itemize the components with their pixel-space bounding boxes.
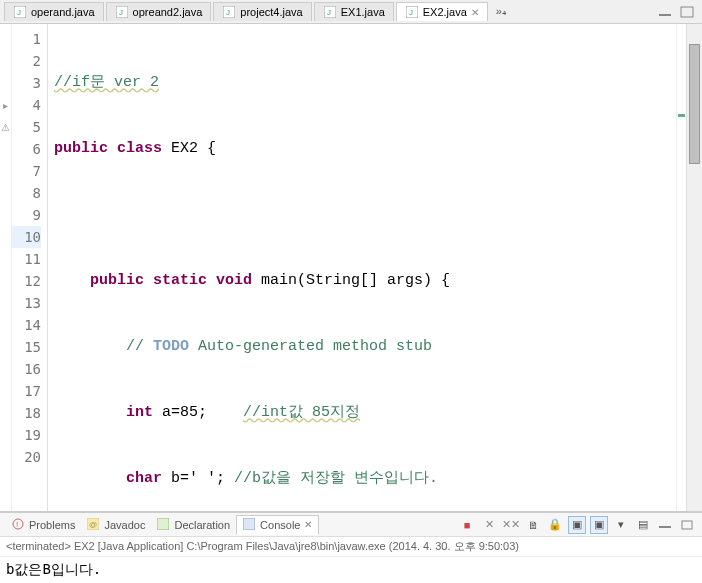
java-file-icon: J xyxy=(405,5,419,19)
tab-label: EX1.java xyxy=(341,6,385,18)
console-icon xyxy=(243,518,257,532)
tab-overflow[interactable]: »₄ xyxy=(490,5,512,18)
svg-text:J: J xyxy=(327,8,331,17)
java-file-icon: J xyxy=(115,5,129,19)
remove-all-icon[interactable]: ✕✕ xyxy=(502,516,520,534)
editor-area: ▸ ⚠ 1 2 3 4 5 6 7 8 9 10 11 12 13 14 15 … xyxy=(0,24,702,512)
editor-tab-bar: J operand.java J opreand2.java J project… xyxy=(0,0,702,24)
svg-rect-11 xyxy=(681,7,693,17)
terminate-icon[interactable]: ■ xyxy=(458,516,476,534)
console-toolbar: ■ ✕ ✕✕ 🗎 🔒 ▣ ▣ ▾ ▤ xyxy=(458,516,696,534)
view-declaration[interactable]: Declaration xyxy=(151,516,236,534)
views-bar: ! Problems @ Javadoc Declaration Console… xyxy=(0,513,702,537)
java-file-icon: J xyxy=(222,5,236,19)
pin-console-icon[interactable]: ▣ xyxy=(590,516,608,534)
scrollbar-thumb[interactable] xyxy=(689,44,700,164)
tab-opreand2[interactable]: J opreand2.java xyxy=(106,2,212,21)
line-gutter: 1 2 3 4 5 6 7 8 9 10 11 12 13 14 15 16 1… xyxy=(12,24,48,511)
display-selected-icon[interactable]: ▾ xyxy=(612,516,630,534)
tab-ex2[interactable]: J EX2.java ✕ xyxy=(396,2,488,21)
close-icon[interactable]: ✕ xyxy=(471,7,479,18)
marker-strip: ▸ ⚠ xyxy=(0,24,12,511)
svg-text:J: J xyxy=(119,8,123,17)
problems-icon: ! xyxy=(12,518,26,532)
scroll-lock-icon[interactable]: 🔒 xyxy=(546,516,564,534)
svg-rect-19 xyxy=(682,521,692,529)
svg-text:J: J xyxy=(409,8,413,17)
tab-label: project4.java xyxy=(240,6,302,18)
svg-rect-10 xyxy=(659,14,671,16)
remove-launch-icon[interactable]: ✕ xyxy=(480,516,498,534)
minimize-icon[interactable] xyxy=(658,7,672,17)
view-javadoc[interactable]: @ Javadoc xyxy=(81,516,151,534)
tab-label: EX2.java xyxy=(423,6,467,18)
console-output[interactable]: b값은B입니다. xyxy=(0,557,702,583)
clear-console-icon[interactable]: 🗎 xyxy=(524,516,542,534)
minimize-icon[interactable] xyxy=(656,516,674,534)
tab-project4[interactable]: J project4.java xyxy=(213,2,311,21)
warning-icon[interactable]: ⚠ xyxy=(0,116,11,138)
close-icon[interactable]: ✕ xyxy=(304,519,312,530)
maximize-icon[interactable] xyxy=(678,516,696,534)
svg-rect-18 xyxy=(659,526,671,528)
view-problems[interactable]: ! Problems xyxy=(6,516,81,534)
maximize-icon[interactable] xyxy=(680,6,694,18)
svg-text:J: J xyxy=(17,8,21,17)
tab-label: operand.java xyxy=(31,6,95,18)
java-file-icon: J xyxy=(323,5,337,19)
declaration-icon xyxy=(157,518,171,532)
vertical-scrollbar[interactable] xyxy=(686,24,702,511)
svg-text:J: J xyxy=(226,8,230,17)
open-console-icon[interactable]: ▤ xyxy=(634,516,652,534)
java-file-icon: J xyxy=(13,5,27,19)
tab-operand[interactable]: J operand.java xyxy=(4,2,104,21)
code-editor[interactable]: //if문 ver 2 public class EX2 { public st… xyxy=(48,24,676,511)
fold-icon[interactable]: ▸ xyxy=(0,94,11,116)
svg-rect-16 xyxy=(157,518,169,530)
view-console[interactable]: Console ✕ xyxy=(236,515,319,535)
javadoc-icon: @ xyxy=(87,518,101,532)
svg-text:@: @ xyxy=(89,520,97,529)
overview-ruler[interactable] xyxy=(676,24,686,511)
editor-toolbar-right xyxy=(658,6,702,18)
svg-rect-17 xyxy=(243,518,255,530)
tab-ex1[interactable]: J EX1.java xyxy=(314,2,394,21)
console-status: <terminated> EX2 [Java Application] C:\P… xyxy=(0,537,702,557)
show-console-icon[interactable]: ▣ xyxy=(568,516,586,534)
tab-label: opreand2.java xyxy=(133,6,203,18)
svg-text:!: ! xyxy=(16,520,18,529)
bottom-panel: ! Problems @ Javadoc Declaration Console… xyxy=(0,512,702,583)
